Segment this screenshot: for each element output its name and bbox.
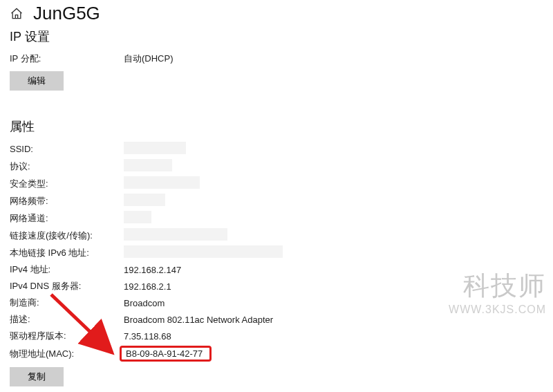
prop-row-ipv6: 本地链接 IPv6 地址: [0, 244, 553, 261]
ip-assignment-label: IP 分配: [10, 53, 124, 65]
prop-row-ssid: SSID: [0, 140, 553, 158]
prop-value-obscured [124, 211, 151, 225]
prop-label: 驱动程序版本: [10, 330, 124, 342]
prop-row-protocol: 协议: [0, 158, 553, 175]
highlight-box: B8-09-8A-91-42-77 [120, 346, 212, 362]
home-icon[interactable] [10, 7, 24, 21]
prop-value: Broadcom 802.11ac Network Adapter [124, 315, 273, 325]
watermark: 科技师 WWW.3KJS.COM [449, 268, 546, 316]
prop-row-mac: 物理地址(MAC): B8-09-8A-91-42-77 [0, 344, 553, 363]
prop-label: SSID: [10, 144, 124, 154]
prop-value: 192.168.2.147 [124, 265, 181, 275]
prop-value-obscured [124, 142, 186, 156]
prop-row-security: 安全类型: [0, 175, 553, 192]
prop-label: 安全类型: [10, 178, 124, 190]
ip-assignment-row: IP 分配: 自动(DHCP) [0, 50, 553, 67]
prop-label: 网络通道: [10, 212, 124, 225]
prop-value-obscured [124, 176, 200, 191]
watermark-line1: 科技师 [449, 268, 546, 304]
header: JunG5G [0, 0, 553, 26]
prop-label: 物理地址(MAC): [10, 348, 124, 360]
prop-row-link-speed: 链接速度(接收/传输): [0, 227, 553, 244]
page-title: JunG5G [33, 3, 100, 24]
prop-value-obscured [124, 228, 227, 243]
prop-value-mac: B8-09-8A-91-42-77 [124, 346, 212, 362]
prop-value: 192.168.2.1 [124, 281, 171, 292]
ip-settings-heading: IP 设置 [0, 26, 553, 50]
edit-button[interactable]: 编辑 [10, 71, 64, 91]
prop-label: IPv4 DNS 服务器: [10, 280, 124, 292]
prop-value-obscured [124, 245, 283, 260]
prop-label: 制造商: [10, 297, 124, 309]
watermark-line2: WWW.3KJS.COM [449, 304, 546, 316]
ip-assignment-value: 自动(DHCP) [124, 53, 174, 65]
prop-label: 描述: [10, 313, 124, 326]
prop-label: 网络频带: [10, 195, 124, 207]
prop-value-obscured [124, 194, 165, 208]
copy-button[interactable]: 复制 [10, 367, 64, 386]
prop-value: Broadcom [124, 298, 165, 308]
prop-row-channel: 网络通道: [0, 209, 553, 227]
mac-address-value: B8-09-8A-91-42-77 [126, 348, 203, 359]
prop-label: 本地链接 IPv6 地址: [10, 247, 124, 259]
prop-label: 链接速度(接收/传输): [10, 230, 124, 242]
properties-heading: 属性 [0, 115, 553, 140]
prop-value: 7.35.118.68 [124, 331, 171, 342]
prop-value-obscured [124, 159, 172, 174]
prop-label: 协议: [10, 160, 124, 173]
prop-row-driver-version: 驱动程序版本: 7.35.118.68 [0, 328, 553, 344]
prop-row-band: 网络频带: [0, 192, 553, 209]
prop-label: IPv4 地址: [10, 263, 124, 276]
